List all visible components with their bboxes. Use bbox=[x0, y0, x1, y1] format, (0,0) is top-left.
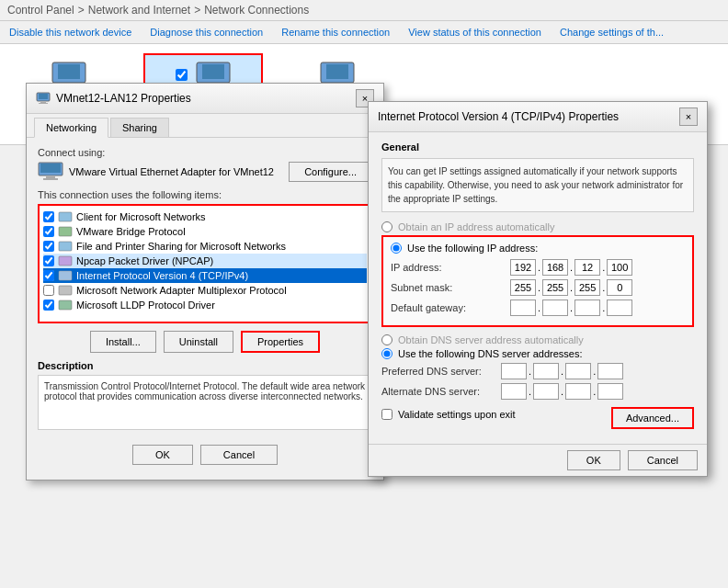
list-item-1[interactable]: VMware Bridge Protocol bbox=[43, 224, 367, 239]
list-item-3-checkbox[interactable] bbox=[43, 255, 54, 266]
list-item-5[interactable]: Microsoft Network Adapter Multiplexor Pr… bbox=[43, 283, 367, 298]
tab-networking[interactable]: Networking bbox=[34, 118, 108, 138]
radio-manual-ip[interactable] bbox=[391, 243, 402, 254]
gateway-row: Default gateway: . . . bbox=[391, 300, 685, 316]
tcp-ok-btn[interactable]: OK bbox=[567, 450, 620, 470]
ip-address-input: . . . bbox=[510, 259, 632, 276]
toolbar-view-status[interactable]: View status of this connection bbox=[399, 23, 551, 41]
list-item-3[interactable]: Npcap Packet Driver (NPCAP) bbox=[43, 254, 367, 268]
breadcrumb-control-panel[interactable]: Control Panel bbox=[7, 4, 74, 17]
list-item-2-checkbox[interactable] bbox=[43, 241, 54, 252]
list-item-5-checkbox[interactable] bbox=[43, 285, 54, 296]
validate-checkbox-row: Validate settings upon exit bbox=[381, 409, 516, 420]
tcp-dialog-title: Internet Protocol Version 4 (TCP/IPv4) P… bbox=[378, 110, 619, 123]
svg-rect-21 bbox=[59, 227, 72, 236]
list-item-1-checkbox[interactable] bbox=[43, 226, 54, 237]
list-item-4-icon bbox=[58, 270, 73, 281]
toolbar-disable[interactable]: Disable this network device bbox=[0, 23, 141, 41]
list-item-4-label: Internet Protocol Version 4 (TCP/IPv4) bbox=[76, 270, 248, 281]
list-item-6[interactable]: Microsoft LLDP Protocol Driver bbox=[43, 298, 367, 312]
gateway-octet-4[interactable] bbox=[607, 300, 632, 316]
radio-auto-dns-row[interactable]: Obtain DNS server address automatically bbox=[381, 334, 694, 345]
ip-octet-1[interactable] bbox=[510, 259, 536, 276]
tcp-info: You can get IP settings assigned automat… bbox=[381, 158, 694, 212]
alternate-dns-input: . . . bbox=[501, 383, 623, 400]
preferred-dns-input: . . . bbox=[501, 363, 623, 379]
radio-manual-dns[interactable] bbox=[381, 348, 392, 359]
description-label: Description bbox=[38, 360, 372, 371]
svg-rect-25 bbox=[59, 286, 72, 295]
props-cancel-btn[interactable]: Cancel bbox=[200, 445, 278, 465]
radio-auto-ip[interactable] bbox=[381, 221, 392, 232]
radio-manual-dns-row[interactable]: Use the following DNS server addresses: bbox=[381, 348, 694, 359]
adns-octet-1[interactable] bbox=[501, 383, 527, 400]
pdns-octet-3[interactable] bbox=[565, 363, 591, 379]
list-item-6-label: Microsoft LLDP Protocol Driver bbox=[76, 300, 215, 311]
ip-section: Use the following IP address: IP address… bbox=[381, 235, 694, 327]
pdns-octet-2[interactable] bbox=[533, 363, 559, 379]
pdns-octet-4[interactable] bbox=[597, 363, 623, 379]
radio-manual-dns-label: Use the following DNS server addresses: bbox=[398, 348, 583, 359]
tcp-general-label: General bbox=[381, 141, 694, 153]
tcp-dialog-close[interactable]: × bbox=[679, 107, 698, 126]
list-item-0-checkbox[interactable] bbox=[43, 211, 54, 222]
connect-using-row: VMware Virtual Ethernet Adapter for VMne… bbox=[38, 162, 372, 182]
net-card-vmnet12-checkbox[interactable] bbox=[176, 69, 188, 81]
lan12-props-dialog: VMnet12-LAN12 Properties × Networking Sh… bbox=[26, 83, 384, 481]
toolbar-change-settings[interactable]: Change settings of th... bbox=[551, 23, 673, 41]
sep2: > bbox=[194, 4, 200, 17]
sep1: > bbox=[78, 4, 85, 17]
list-item-4[interactable]: Internet Protocol Version 4 (TCP/IPv4) bbox=[43, 268, 367, 283]
ip-address-row: IP address: . . . bbox=[391, 259, 685, 276]
tab-sharing[interactable]: Sharing bbox=[110, 118, 169, 137]
list-item-6-checkbox[interactable] bbox=[43, 300, 54, 311]
gateway-octet-1[interactable] bbox=[510, 300, 536, 316]
tcp-cancel-btn[interactable]: Cancel bbox=[628, 450, 698, 470]
items-list: Client for Microsoft Networks VMware Bri… bbox=[38, 204, 372, 323]
ip-octet-2[interactable] bbox=[542, 259, 568, 276]
toolbar-diagnose[interactable]: Diagnose this connection bbox=[141, 23, 272, 41]
gateway-label: Default gateway: bbox=[391, 302, 510, 313]
toolbar-rename[interactable]: Rename this connection bbox=[272, 23, 399, 41]
install-btn[interactable]: Install... bbox=[90, 331, 156, 353]
props-ok-cancel: OK Cancel bbox=[38, 439, 372, 470]
subnet-octet-1[interactable] bbox=[510, 279, 536, 296]
tcp-dialog-titlebar: Internet Protocol Version 4 (TCP/IPv4) P… bbox=[369, 102, 707, 132]
advanced-btn[interactable]: Advanced... bbox=[611, 407, 694, 429]
adns-octet-4[interactable] bbox=[597, 383, 623, 400]
ip-octet-3[interactable] bbox=[574, 259, 600, 276]
validate-checkbox[interactable] bbox=[381, 409, 392, 420]
radio-auto-ip-row[interactable]: Obtain an IP address automatically bbox=[381, 221, 694, 232]
gateway-octet-2[interactable] bbox=[542, 300, 568, 316]
list-item-5-icon bbox=[58, 285, 73, 296]
svg-rect-5 bbox=[202, 64, 224, 79]
properties-btn[interactable]: Properties bbox=[241, 331, 320, 353]
radio-auto-dns[interactable] bbox=[381, 334, 392, 345]
svg-rect-20 bbox=[59, 212, 72, 221]
breadcrumb-network-internet[interactable]: Network and Internet bbox=[88, 4, 190, 17]
subnet-octet-3[interactable] bbox=[574, 279, 600, 296]
list-item-2[interactable]: File and Printer Sharing for Microsoft N… bbox=[43, 239, 367, 254]
props-dialog-tabs: Networking Sharing bbox=[27, 114, 383, 138]
list-item-6-icon bbox=[58, 300, 73, 311]
list-item-0[interactable]: Client for Microsoft Networks bbox=[43, 209, 367, 224]
configure-btn[interactable]: Configure... bbox=[289, 162, 372, 182]
items-label: This connection uses the following items… bbox=[38, 189, 372, 200]
adns-octet-3[interactable] bbox=[565, 383, 591, 400]
connect-using-label: Connect using: bbox=[38, 147, 372, 158]
pdns-octet-1[interactable] bbox=[501, 363, 527, 379]
uninstall-btn[interactable]: Uninstall bbox=[164, 331, 233, 353]
toolbar: Disable this network device Diagnose thi… bbox=[0, 21, 728, 44]
tcp-ok-cancel: OK Cancel bbox=[369, 444, 707, 476]
adns-octet-2[interactable] bbox=[533, 383, 559, 400]
radio-manual-ip-row[interactable]: Use the following IP address: bbox=[391, 243, 685, 254]
subnet-octet-2[interactable] bbox=[542, 279, 568, 296]
breadcrumb-network-connections[interactable]: Network Connections bbox=[204, 4, 309, 17]
subnet-octet-4[interactable] bbox=[607, 279, 632, 296]
props-ok-btn[interactable]: OK bbox=[132, 445, 193, 465]
subnet-row: Subnet mask: . . . bbox=[391, 279, 685, 296]
svg-rect-26 bbox=[59, 300, 72, 310]
gateway-octet-3[interactable] bbox=[574, 300, 600, 316]
ip-octet-4[interactable] bbox=[607, 259, 632, 276]
list-item-4-checkbox[interactable] bbox=[43, 270, 54, 281]
